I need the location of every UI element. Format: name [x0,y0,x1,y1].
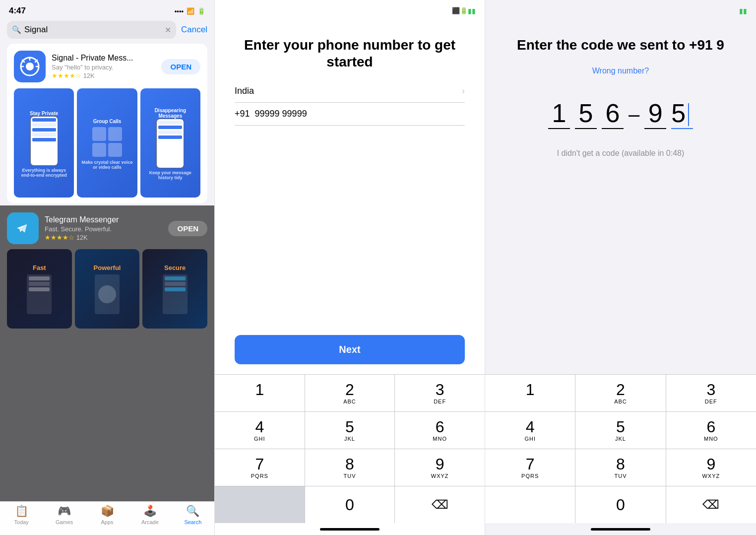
signal-screenshot-label-1: Stay Private [30,111,58,116]
verify-numpad-key-7[interactable]: 7 PQRS [485,449,575,486]
tg-screenshot-label-3: Secure [164,264,186,271]
numpad-key-8[interactable]: 8 TUV [305,449,395,486]
tab-games[interactable]: 🎮 Games [43,505,85,525]
numpad-key-3[interactable]: 3 DEF [395,375,485,411]
telegram-screenshot-1: Fast [7,249,72,329]
telegram-stars: ★★★★☆ [45,234,74,241]
telegram-screenshots: Fast Powerful Secure [7,249,207,329]
signal-phone-mock-3 [156,119,184,168]
country-label: India [235,86,254,96]
verify-numpad-key-backspace[interactable]: ⌫ [666,486,756,523]
signal-screenshot-1: Stay Private Everything is alwaysend-to-… [14,88,74,198]
phone-number-input[interactable]: 99999 99999 [255,109,465,119]
signal-open-button[interactable]: OPEN [161,59,200,74]
signal-dots-icon: •••• [175,7,184,15]
signal-screenshot-label-2: Group Calls [93,119,122,124]
backspace-icon: ⌫ [432,498,448,512]
wrong-number-link[interactable]: Wrong number? [485,62,756,80]
status-icons: •••• 📶 🔋 [175,7,205,15]
verify-numpad-key-empty [485,486,575,523]
tab-apps[interactable]: 📦 Apps [86,505,128,525]
signal-app-icon [14,51,46,82]
tg-screenshot-label-2: Powerful [94,264,121,271]
tab-bar: 📋 Today 🎮 Games 📦 Apps 🕹️ Arcade 🔍 Searc… [0,501,214,535]
verify-numpad-key-9[interactable]: 9 WXYZ [666,449,756,486]
signal-screenshot-2: Group Calls Make crystal clear voiceor v… [77,88,137,198]
tab-arcade[interactable]: 🕹️ Arcade [128,505,171,525]
games-icon: 🎮 [58,505,71,518]
next-button-wrapper: Next [215,315,485,374]
tab-today[interactable]: 📋 Today [0,505,43,525]
verify-numpad-key-6[interactable]: 6 MNO [666,412,756,449]
verify-numpad-key-5[interactable]: 5 JKL [575,412,665,449]
numpad-key-5[interactable]: 5 JKL [305,412,395,449]
country-selector[interactable]: India › [235,80,465,103]
today-icon: 📋 [15,505,28,518]
home-indicator [215,523,485,535]
code-display: 1 5 6 – 9 5 [485,80,756,139]
numpad-key-empty [215,486,305,523]
numpad-key-7[interactable]: 7 PQRS [215,449,305,486]
telegram-app-rating: ★★★★☆ 12K [45,234,162,241]
telegram-screenshot-3: Secure [142,249,207,329]
signal-app-info: Signal - Private Mess... Say "hello" to … [52,54,155,79]
code-dash: – [629,103,639,126]
search-input-value: Signal [24,25,162,35]
numpad-key-9[interactable]: 9 WXYZ [395,449,485,486]
code-digit-4: 9 [644,100,666,129]
tg-screenshot-label-1: Fast [33,264,46,271]
signal-app-result: Signal - Private Mess... Say "hello" to … [7,44,207,203]
cancel-button[interactable]: Cancel [181,25,207,35]
apps-icon: 📦 [101,505,114,518]
signal-app-rating: ★★★★☆ 12K [52,72,155,79]
svg-point-1 [26,63,34,70]
telegram-rating-count: 12K [76,234,88,241]
numpad-key-2[interactable]: 2 ABC [305,375,395,411]
next-button[interactable]: Next [235,335,465,364]
telegram-app-name: Telegram Messenger [45,215,162,224]
status-bar: 4:47 •••• 📶 🔋 [0,0,214,19]
signal-phone-form: India › +91 99999 99999 [215,80,485,315]
search-tab-icon: 🔍 [186,505,199,518]
signal-app-subtitle: Say "hello" to privacy. [52,64,155,71]
code-digit-3: 6 [602,100,624,129]
signal-battery-icon: ⬛🔋 [452,7,468,15]
signal-battery-indicator: ▮▮ [468,7,476,15]
numpad-key-4[interactable]: 4 GHI [215,412,305,449]
signal-app-name: Signal - Private Mess... [52,54,155,63]
verify-numpad-key-4[interactable]: 4 GHI [485,412,575,449]
signal-screenshots: Stay Private Everything is alwaysend-to-… [14,88,200,203]
numpad-key-0[interactable]: 0 [305,486,395,523]
verify-numpad-key-1[interactable]: 1 [485,375,575,411]
verify-battery-indicator: ▮▮ [739,7,747,15]
appstore-panel: 4:47 •••• 📶 🔋 🔍 Signal ✕ Cancel [0,0,214,535]
search-clear-icon[interactable]: ✕ [165,25,171,35]
numpad-key-backspace[interactable]: ⌫ [395,486,485,523]
telegram-app-subtitle: Fast. Secure. Powerful. [45,225,162,233]
signal-screenshot-3: Disappearing Messages Keep your messageh… [140,88,200,198]
telegram-open-button[interactable]: OPEN [168,221,207,236]
verify-numpad-key-8[interactable]: 8 TUV [575,449,665,486]
home-bar [320,528,379,531]
numpad-key-6[interactable]: 6 MNO [395,412,485,449]
telegram-section: Telegram Messenger Fast. Secure. Powerfu… [0,205,214,501]
verify-numpad-key-0[interactable]: 0 [575,486,665,523]
verify-numpad-key-2[interactable]: 2 ABC [575,375,665,411]
signal-screenshot-label-3: Disappearing Messages [144,108,196,119]
telegram-app-icon [7,212,39,244]
signal-screenshot-sublabel-2: Make crystal clear voiceor video calls [81,160,132,170]
verify-numpad-key-3[interactable]: 3 DEF [666,375,756,411]
cursor-blink [688,103,689,126]
verify-header: Enter the code we sent to +91 9 [485,17,756,62]
tab-games-label: Games [56,519,73,525]
tab-apps-label: Apps [101,519,113,525]
wifi-icon: 📶 [187,7,194,15]
search-icon: 🔍 [12,25,21,34]
numpad-key-1[interactable]: 1 [215,375,305,411]
tab-arcade-label: Arcade [141,519,159,525]
search-bar: 🔍 Signal ✕ Cancel [0,19,214,44]
tab-search[interactable]: 🔍 Search [172,505,214,525]
search-input-wrap[interactable]: 🔍 Signal ✕ [7,21,176,39]
phone-number-row: +91 99999 99999 [235,103,465,126]
telegram-app-top: Telegram Messenger Fast. Secure. Powerfu… [7,212,207,249]
